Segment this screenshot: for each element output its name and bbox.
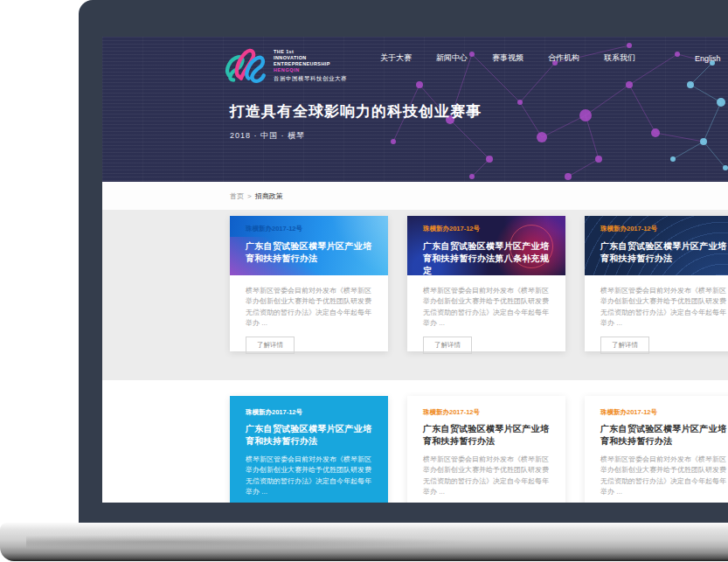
main-nav: 关于大赛 新闻中心 赛事视频 合作机构 联系我们 English xyxy=(380,52,721,64)
policy-excerpt: 横琴新区管委会目前对外发布《横琴新区举办创新创业大赛并给予优胜团队研发费无偿资助… xyxy=(423,286,553,330)
policy-doc-number: 珠横新办2017-12号 xyxy=(423,225,553,233)
logo-line-2: INNOVATION xyxy=(274,55,347,61)
policy-card[interactable]: 珠横新办2017-12号 广东自贸试验区横琴片区产业培育和扶持暂行办法 横琴新区… xyxy=(230,216,388,351)
card-banner-globe: 珠横新办2017-12号 广东自贸试验区横琴片区产业培育和扶持暂行办法 xyxy=(585,216,728,275)
policy-card-title: 广东自贸试验区横琴片区产业培育和扶持暂行办法 xyxy=(600,423,728,448)
nav-item-about[interactable]: 关于大赛 xyxy=(380,52,412,64)
detail-button[interactable]: 了解详情 xyxy=(423,337,472,354)
hero-banner: 打造具有全球影响力的科技创业赛事 2018 · 中国 · 横琴 xyxy=(230,101,482,142)
nav-item-contact[interactable]: 联系我们 xyxy=(604,52,635,64)
logo-chinese-name: 首届中国横琴科技创业大赛 xyxy=(274,75,347,82)
logo-ribbon-icon xyxy=(223,45,268,86)
policy-doc-number: 珠横新办2017-12号 xyxy=(600,408,728,417)
policy-cards-section-2: 珠横新办2017-12号 广东自贸试验区横琴片区产业培育和扶持暂行办法 横琴新区… xyxy=(102,380,728,503)
policy-card-title: 广东自贸试验区横琴片区产业培育和扶持暂行办法 xyxy=(423,423,553,448)
card-body: 横琴新区管委会目前对外发布《横琴新区举办创新创业大赛并给予优胜团队研发费无偿资助… xyxy=(407,275,565,354)
card-banner-blue-gradient: 珠横新办2017-12号 广东自贸试验区横琴片区产业培育和扶持暂行办法 xyxy=(230,216,388,275)
policy-card[interactable]: 珠横新办2017-12号 广东自贸试验区横琴片区产业培育和扶持暂行办法 横琴新区… xyxy=(585,396,728,503)
policy-doc-number: 珠横新办2017-12号 xyxy=(246,225,376,233)
card-body: 横琴新区管委会目前对外发布《横琴新区举办创新创业大赛并给予优胜团队研发费无偿资助… xyxy=(230,275,388,354)
breadcrumb-bar: 首页 > 招商政策 xyxy=(102,182,728,210)
policy-card[interactable]: 珠横新办2017-12号 广东自贸试验区横琴片区产业培育和扶持暂行办法第八条补充… xyxy=(407,216,565,351)
policy-doc-number: 珠横新办2017-12号 xyxy=(423,408,553,417)
card-row-2: 珠横新办2017-12号 广东自贸试验区横琴片区产业培育和扶持暂行办法 横琴新区… xyxy=(230,396,728,503)
hero-title: 打造具有全球影响力的科技创业赛事 xyxy=(230,101,482,121)
nav-item-partners[interactable]: 合作机构 xyxy=(548,52,579,64)
site-logo[interactable]: THE 1st INNOVATION ENTREPRENEURSHIP HENG… xyxy=(223,45,347,86)
hero-subtitle: 2018 · 中国 · 横琴 xyxy=(230,130,482,142)
detail-button[interactable]: 了解详情 xyxy=(600,337,649,354)
laptop-screen-bezel: THE 1st INNOVATION ENTREPRENEURSHIP HENG… xyxy=(79,0,728,528)
card-banner-tech-glow: 珠横新办2017-12号 广东自贸试验区横琴片区产业培育和扶持暂行办法第八条补充… xyxy=(407,216,565,275)
nav-item-language-english[interactable]: English xyxy=(695,54,721,63)
site-header: THE 1st INNOVATION ENTREPRENEURSHIP HENG… xyxy=(102,37,728,182)
policy-card-title: 广东自贸试验区横琴片区产业培育和扶持暂行办法第八条补充规定 xyxy=(423,240,553,275)
policy-cards-section-1: 珠横新办2017-12号 广东自贸试验区横琴片区产业培育和扶持暂行办法 横琴新区… xyxy=(102,210,728,380)
policy-excerpt: 横琴新区管委会目前对外发布《横琴新区举办创新创业大赛并给予优胜团队研发费无偿资助… xyxy=(600,286,728,330)
laptop-mockup: THE 1st INNOVATION ENTREPRENEURSHIP HENG… xyxy=(0,0,728,562)
breadcrumb-current-page: 招商政策 xyxy=(255,191,283,201)
policy-doc-number: 珠横新办2017-12号 xyxy=(246,408,376,417)
breadcrumb-home-link[interactable]: 首页 xyxy=(230,191,244,201)
policy-card-title: 广东自贸试验区横琴片区产业培育和扶持暂行办法 xyxy=(246,240,376,265)
laptop-base xyxy=(0,523,728,561)
card-body: 横琴新区管委会目前对外发布《横琴新区举办创新创业大赛并给予优胜团队研发费无偿资助… xyxy=(585,275,728,354)
policy-doc-number: 珠横新办2017-12号 xyxy=(600,225,728,233)
breadcrumb: 首页 > 招商政策 xyxy=(230,191,283,201)
logo-line-4: HENGQIN xyxy=(274,67,347,73)
nav-item-news[interactable]: 新闻中心 xyxy=(436,52,468,64)
card-row-1: 珠横新办2017-12号 广东自贸试验区横琴片区产业培育和扶持暂行办法 横琴新区… xyxy=(230,216,728,351)
logo-line-3: ENTREPRENEURSHIP xyxy=(274,61,347,67)
policy-excerpt: 横琴新区管委会目前对外发布《横琴新区举办创新创业大赛并给予优胜团队研发费无偿资助… xyxy=(246,286,376,330)
logo-text: THE 1st INNOVATION ENTREPRENEURSHIP HENG… xyxy=(274,49,347,82)
policy-card-title: 广东自贸试验区横琴片区产业培育和扶持暂行办法 xyxy=(246,423,376,448)
policy-card-title: 广东自贸试验区横琴片区产业培育和扶持暂行办法 xyxy=(600,240,728,265)
policy-card[interactable]: 珠横新办2017-12号 广东自贸试验区横琴片区产业培育和扶持暂行办法 横琴新区… xyxy=(585,216,728,351)
policy-excerpt: 横琴新区管委会目前对外发布《横琴新区举办创新创业大赛并给予优胜团队研发费无偿资助… xyxy=(423,454,553,498)
policy-card-highlighted[interactable]: 珠横新办2017-12号 广东自贸试验区横琴片区产业培育和扶持暂行办法 横琴新区… xyxy=(230,396,388,503)
breadcrumb-separator: > xyxy=(247,192,252,200)
detail-button[interactable]: 了解详情 xyxy=(246,337,295,354)
nav-item-videos[interactable]: 赛事视频 xyxy=(492,52,523,64)
website-viewport: THE 1st INNOVATION ENTREPRENEURSHIP HENG… xyxy=(102,37,728,503)
logo-line-1: THE 1st xyxy=(274,49,347,55)
policy-excerpt: 横琴新区管委会目前对外发布《横琴新区举办创新创业大赛并给予优胜团队研发费无偿资助… xyxy=(600,454,728,498)
policy-excerpt: 横琴新区管委会目前对外发布《横琴新区举办创新创业大赛并给予优胜团队研发费无偿资助… xyxy=(246,454,376,498)
policy-card[interactable]: 珠横新办2017-12号 广东自贸试验区横琴片区产业培育和扶持暂行办法 横琴新区… xyxy=(407,396,565,503)
